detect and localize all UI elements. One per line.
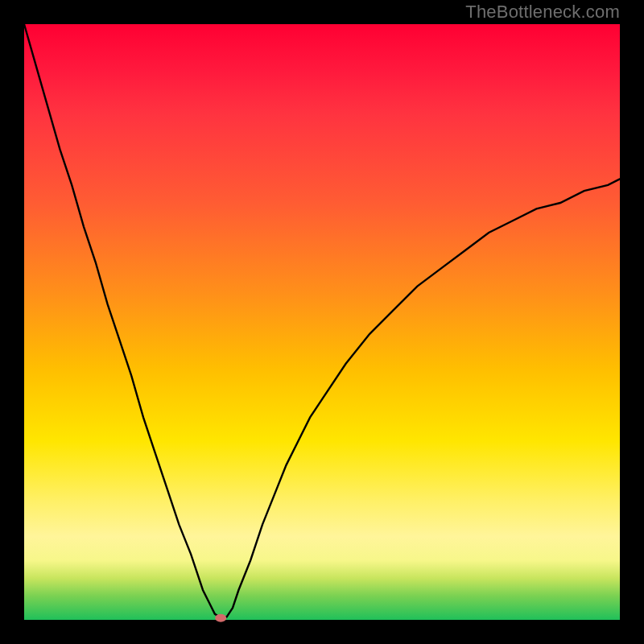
bottleneck-curve (24, 24, 620, 618)
chart-frame: TheBottleneck.com (0, 0, 644, 644)
watermark-label: TheBottleneck.com (465, 2, 620, 23)
plot-area (24, 24, 620, 620)
min-marker (215, 614, 226, 622)
curve-svg (24, 24, 620, 620)
